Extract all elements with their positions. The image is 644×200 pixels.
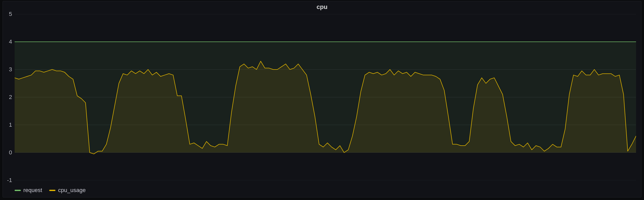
legend-item-cpu-usage[interactable]: cpu_usage <box>49 187 86 194</box>
svg-rect-7 <box>15 42 636 153</box>
legend: request cpu_usage <box>15 187 86 194</box>
y-tick-label: 4 <box>9 38 12 45</box>
chart-panel: cpu -1012345 request cpu_usage <box>3 1 641 197</box>
y-tick-label: 5 <box>9 11 12 17</box>
chart-svg <box>15 14 636 180</box>
legend-item-request[interactable]: request <box>15 187 42 194</box>
y-tick-label: -1 <box>7 177 12 184</box>
legend-swatch-cpu-usage <box>49 190 55 191</box>
y-tick-label: 2 <box>9 94 12 101</box>
legend-label-request: request <box>23 187 42 194</box>
legend-label-cpu-usage: cpu_usage <box>58 187 86 194</box>
legend-swatch-request <box>15 190 21 191</box>
y-tick-label: 0 <box>9 149 12 156</box>
panel-title: cpu <box>3 3 641 11</box>
y-tick-label: 3 <box>9 66 12 73</box>
plot-area[interactable] <box>15 14 636 180</box>
y-tick-label: 1 <box>9 122 12 128</box>
y-axis: -1012345 <box>3 14 14 180</box>
